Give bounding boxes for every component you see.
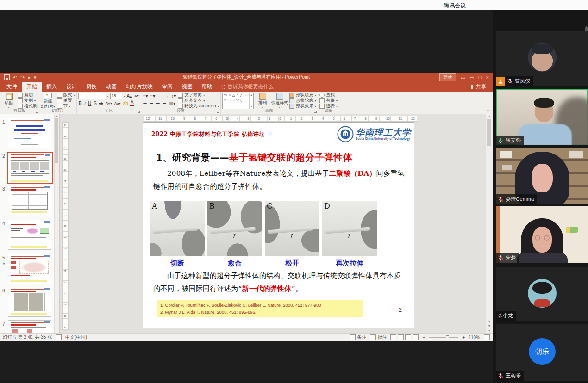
ribbon-tab[interactable]: 设计 bbox=[62, 82, 81, 92]
undo-icon[interactable]: ↶ bbox=[13, 75, 17, 80]
highlight-button[interactable]: ab bbox=[123, 101, 129, 106]
university-logo[interactable]: 华南理工大学 South China University of Technol… bbox=[337, 126, 411, 142]
ribbon-tab[interactable]: 开始 bbox=[22, 82, 42, 92]
scrollbar-thumb[interactable] bbox=[487, 119, 491, 146]
participant-tile-songmeng[interactable]: 宋梦 bbox=[496, 206, 588, 263]
justify-button[interactable]: ☰ bbox=[162, 101, 167, 106]
minimize-button[interactable]: ─ bbox=[470, 75, 474, 80]
layout-button[interactable]: 版式▾ bbox=[57, 93, 75, 98]
zoom-level[interactable]: 110% bbox=[469, 335, 480, 340]
ribbon-tab[interactable]: 幻灯片放映 bbox=[121, 82, 157, 92]
photo-panel[interactable]: D ↑ 再次拉伸 bbox=[322, 201, 377, 268]
strikethrough-button[interactable]: S bbox=[93, 101, 97, 106]
slide-thumbnail-5[interactable] bbox=[8, 254, 51, 284]
shadow-button[interactable]: ab bbox=[99, 101, 104, 105]
close-button[interactable]: × bbox=[486, 75, 489, 80]
next-slide-button[interactable]: ▼ bbox=[488, 324, 491, 327]
dialog-launcher-icon[interactable] bbox=[36, 111, 38, 113]
ribbon-tab[interactable]: 帮助 bbox=[197, 82, 217, 92]
slide-header-text[interactable]: 2022 中原工学院材料与化工学院 弘德讲坛 bbox=[151, 130, 265, 138]
previous-slide-button[interactable]: ▲ bbox=[488, 320, 491, 323]
collapse-ribbon-icon[interactable]: ^ bbox=[487, 109, 489, 113]
grow-font-button[interactable]: A▴ bbox=[126, 93, 133, 99]
participant-tile-caofengyi[interactable]: 曹凤仪 bbox=[496, 31, 588, 86]
shrink-font-button[interactable]: A▾ bbox=[134, 94, 139, 98]
accessibility-icon[interactable] bbox=[56, 334, 62, 340]
slideshow-view-button[interactable] bbox=[413, 334, 419, 340]
participant-tile-zhanganqiang[interactable]: 张安强 bbox=[496, 89, 588, 145]
photo-sequence[interactable]: A 切断 B ↑ 愈合 bbox=[150, 201, 377, 268]
align-text-button[interactable]: 对齐文本▾ bbox=[178, 98, 219, 103]
fit-to-window-button[interactable] bbox=[484, 334, 490, 340]
reading-view-button[interactable] bbox=[405, 334, 411, 340]
font-size-select[interactable]: 18 bbox=[110, 93, 122, 99]
signin-button[interactable]: 登录 bbox=[439, 73, 456, 81]
increase-indent-button[interactable]: → bbox=[164, 93, 169, 99]
cut-button[interactable]: 剪切 bbox=[18, 93, 38, 98]
thumbnail-scrollbar[interactable]: ▲ bbox=[54, 114, 59, 333]
scroll-down-icon[interactable]: ▼ bbox=[488, 329, 491, 332]
save-icon[interactable] bbox=[4, 74, 10, 80]
slide-sorter-view-button[interactable] bbox=[398, 334, 404, 340]
ribbon-tab[interactable]: 审阅 bbox=[157, 82, 177, 92]
ribbon-tab[interactable]: 插入 bbox=[42, 82, 62, 92]
slide-paragraph-2[interactable]: 由于这种新型的超分子弹性体的结构、交联机理与传统交联弹性体具有本质的不同，被国际… bbox=[153, 270, 405, 296]
arrange-button[interactable]: 排列▾ bbox=[255, 93, 270, 109]
zoom-out-button[interactable]: − bbox=[422, 335, 425, 340]
main-scrollbar[interactable]: ▲ ▲ ▼ ▼ bbox=[486, 114, 493, 333]
slide-thumbnail-3[interactable] bbox=[8, 185, 51, 215]
comments-toggle[interactable]: 批注 bbox=[370, 334, 387, 340]
bold-button[interactable]: B bbox=[78, 101, 82, 106]
slide-paragraph-1[interactable]: 2008年，Leilber等在Nature发表论文，提出基于二聚酸（DA）间多重… bbox=[153, 167, 405, 193]
slide-thumbnail-1[interactable] bbox=[8, 118, 51, 148]
slide-canvas[interactable]: 2022 中原工学院材料与化工学院 弘德讲坛 华南理工大学 So bbox=[143, 122, 414, 328]
scroll-up-icon[interactable]: ▲ bbox=[55, 115, 59, 117]
redo-icon[interactable]: ↷ bbox=[20, 75, 25, 80]
participant-tile-yuxiaolong[interactable]: 余小龙 bbox=[496, 267, 588, 321]
zoom-in-button[interactable]: + bbox=[462, 335, 465, 340]
qat-customize-icon[interactable]: ▾ bbox=[34, 75, 37, 80]
numbering-button[interactable]: ≡▾ bbox=[150, 93, 156, 99]
text-direction-button[interactable]: 文字方向▾ bbox=[178, 93, 219, 98]
change-case-button[interactable]: Aa▾ bbox=[114, 101, 121, 105]
photo-panel[interactable]: C ↑ 松开 bbox=[265, 201, 319, 268]
italic-button[interactable]: I bbox=[84, 101, 86, 106]
zoom-slider[interactable] bbox=[429, 337, 458, 338]
char-spacing-button[interactable]: AV▾ bbox=[105, 101, 113, 105]
copy-button[interactable]: 复制▾ bbox=[18, 98, 38, 103]
share-button[interactable]: 共享 bbox=[470, 82, 493, 92]
align-right-button[interactable]: ☰ bbox=[156, 101, 161, 106]
font-name-select[interactable] bbox=[78, 93, 106, 99]
ribbon-tab[interactable]: 切换 bbox=[81, 82, 101, 92]
dialog-launcher-icon[interactable] bbox=[138, 111, 140, 113]
slide-thumbnail-7[interactable] bbox=[8, 320, 51, 333]
align-left-button[interactable]: ☰ bbox=[143, 101, 148, 106]
font-color-button[interactable]: A bbox=[130, 100, 134, 106]
shapes-scroll[interactable]: ▴▾ bbox=[249, 93, 253, 109]
tell-me-box[interactable]: 告诉我你想要做什么 bbox=[217, 82, 274, 92]
paste-button[interactable]: 粘贴 ▾ bbox=[1, 93, 16, 109]
shape-fill-button[interactable]: 形状填充▾ bbox=[289, 93, 316, 98]
align-center-button[interactable]: ☰ bbox=[149, 101, 154, 106]
slide-thumbnail-6[interactable] bbox=[8, 287, 51, 317]
shapes-gallery[interactable]: ▭○△╲╱□ ◦▽→↓◇( ▴▾ bbox=[222, 93, 254, 109]
line-spacing-button[interactable]: ↕▾ bbox=[171, 93, 176, 99]
ribbon-tab[interactable]: 视图 bbox=[177, 82, 197, 92]
ribbon-tab[interactable]: 动画 bbox=[101, 82, 121, 92]
maximize-button[interactable]: □ bbox=[478, 75, 482, 80]
shape-outline-button[interactable]: 形状轮廓▾ bbox=[289, 98, 316, 103]
start-slideshow-icon[interactable]: ▸ bbox=[28, 75, 31, 80]
slide-thumbnail-2-selected[interactable] bbox=[7, 152, 53, 184]
reset-button[interactable]: 重置 bbox=[57, 98, 75, 103]
ribbon-display-options-icon[interactable]: ▭ bbox=[461, 75, 465, 80]
photo-panel[interactable]: B ↑ 愈合 bbox=[207, 201, 262, 268]
slide-title[interactable]: 1、研究背景——基于氢键交联的超分子弹性体 bbox=[156, 151, 352, 164]
participant-tile-louqigemma[interactable]: 娄琦Gemma bbox=[496, 148, 588, 204]
normal-view-button[interactable] bbox=[390, 334, 396, 340]
decrease-indent-button[interactable]: ← bbox=[157, 93, 163, 99]
zoom-slider-thumb[interactable] bbox=[446, 335, 449, 340]
participant-tile-wangchaole[interactable]: 朝乐 王朝乐 bbox=[496, 324, 588, 381]
dialog-launcher-icon[interactable] bbox=[314, 111, 317, 113]
columns-button[interactable]: ▥▾ bbox=[168, 101, 175, 106]
notes-toggle[interactable]: 备注 bbox=[350, 334, 366, 340]
